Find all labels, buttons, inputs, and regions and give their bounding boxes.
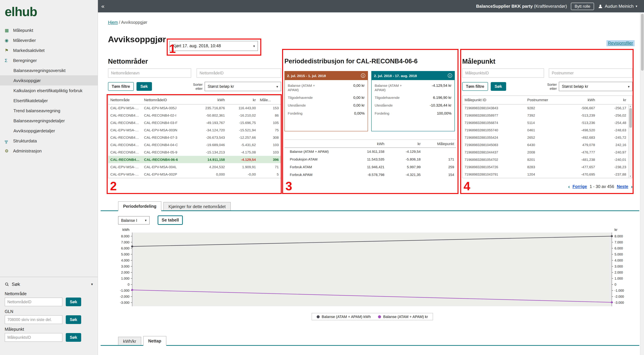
sidebar-item[interactable]: Elsertifikatdetaljer (0, 95, 98, 105)
switch-role-button[interactable]: Bytt rolle (571, 2, 594, 10)
malepunkt-row[interactable]: 719689832881044437 2008 -476,777 -240,97 (462, 148, 632, 156)
sidebar-item[interactable]: ◉ Måleverdier (0, 35, 98, 45)
nettomrade-row[interactable]: CAL-RECONB4-... CAL-RECONB4-06-6 14.911,… (108, 156, 281, 163)
next-chevron-icon[interactable]: › (631, 184, 632, 189)
pagination-range: 1 - 30 av 456 (590, 184, 614, 189)
nettomrade-row[interactable]: CAL-RECONB4-0... CAL-RECONB4-07-3 -26.67… (108, 134, 281, 141)
chart-series-select[interactable]: Balanse I ▾ (118, 216, 150, 225)
column-header[interactable]: kWh (193, 96, 227, 104)
clear-filters-button[interactable]: Tøm filtre (462, 82, 488, 91)
scrollbar-thumb[interactable] (641, 14, 644, 71)
malepunkt-row[interactable]: 719689832881043843 9282 -506,667 -256,17 (462, 104, 632, 112)
nettomrade-row[interactable]: CAL-EPV-MSA-00... CAL-EPV-MSA-003N -34.1… (108, 126, 281, 134)
sidebar-search-button[interactable]: Søk (66, 333, 81, 342)
svg-text:6.000: 6.000 (614, 246, 623, 250)
nettomrade-row[interactable]: CAL-EPV-MSA-00... CAL-EPV-MSA-002P 0,000… (108, 171, 281, 178)
tab-periodefordeling[interactable]: Periodefordeling (118, 201, 162, 211)
column-header[interactable]: Postnummer (525, 96, 558, 104)
detail-tabs: Periodefordeling Kjøringer for dette net… (118, 201, 230, 211)
nettomrader-title: Nettområder (108, 58, 148, 65)
sidebar-search-input[interactable] (5, 315, 62, 324)
malepunkt-row[interactable]: 719689832881054726 8283 -477,657 -238,23 (462, 163, 632, 171)
sidebar-search-header[interactable]: Søk ▾ (5, 280, 93, 289)
sidebar-search-button[interactable]: Søk (66, 298, 81, 306)
nettomrade-row[interactable]: CAL-RECONB4-0... CAL-RECONB4-05-9 -15.13… (108, 148, 281, 156)
previous-chevron-icon[interactable]: ‹ (568, 184, 570, 189)
next-page-link[interactable]: Neste (617, 184, 628, 189)
info-icon[interactable]: i (361, 73, 365, 78)
sidebar-item[interactable]: ⚑ Markedsaktivitet (0, 45, 98, 55)
svg-text:8.000: 8.000 (614, 234, 623, 238)
nettomrade-row[interactable]: CAL-RECONB4-0... CAL-RECONB4-04-C -19.68… (108, 141, 281, 148)
svg-text:1.000: 1.000 (614, 277, 623, 280)
breadcrumb-home-link[interactable]: Hjem (108, 20, 118, 25)
periode-summary-row: Balanse (ATAM + APAM) 14.911,158 -4.129,… (284, 148, 456, 155)
chevron-down-icon: ▾ (276, 85, 278, 88)
period-card-row: Tilgodehavende 6.196,90 kr (375, 96, 452, 100)
previous-page-link[interactable]: Forrige (572, 184, 587, 189)
sidebar-search-input[interactable] (5, 298, 62, 306)
sidebar-item[interactable]: Kalkulasjon elsertifikatpliktig forbruk (0, 85, 98, 95)
tab-nettap[interactable]: Nettap (143, 336, 166, 346)
column-header[interactable]: Nettområde (108, 96, 142, 104)
scroll-down-icon[interactable]: ▼ (630, 175, 632, 178)
nettomrade-row[interactable]: CAL-EPV-MSA-00... CAL-EPV-MSA-005J 235.7… (108, 104, 281, 112)
scroll-up-icon[interactable]: ▲ (630, 104, 632, 108)
legend-dot (378, 315, 381, 318)
breadcrumb: Hjem / Avviksoppgjør (108, 20, 147, 25)
nettomrade-row[interactable]: CAL-RECONB4-02-I CAL-RECONB4-02-I -50.80… (108, 112, 281, 119)
info-icon[interactable]: i (448, 73, 452, 78)
column-header[interactable]: kr (227, 96, 258, 104)
nettomrader-sort-select[interactable]: Størst beløp kr ▾ (204, 82, 281, 91)
sidebar-item[interactable]: Trend balanseavregning (0, 105, 98, 116)
tab-kwh-kr[interactable]: kWh/kr (118, 337, 141, 346)
chart-legend: Balanse (ATAM + APAM) kWh Balanse (ATAM … (111, 313, 634, 320)
nettomrade-row[interactable]: CAL-EPV-MSA-00... CAL-EPV-MSA-004L 4.204… (108, 163, 281, 171)
nettomrade-row[interactable]: CAL-RECONB4-0... CAL-RECONB4-03-F -49.19… (108, 119, 281, 126)
nettomrade-name-input[interactable] (108, 68, 191, 78)
sidebar-item[interactable]: ▦ Målepunkt (0, 25, 98, 35)
column-header[interactable]: Måle... (258, 96, 281, 104)
sidebar-item[interactable]: Balanseavregningsdetaljer (0, 116, 98, 126)
malepunkt-row[interactable]: 719689832881055740 0461 -498,520 -248,63 (462, 126, 632, 134)
malepunkt-row[interactable]: 719689832881058977 7392 -513,239 -256,02 (462, 112, 632, 119)
user-menu[interactable]: Audun Meinich ▾ (598, 4, 637, 9)
column-header[interactable]: Målepunkt ID (462, 96, 525, 104)
nettomrade-id-input[interactable] (196, 68, 281, 78)
sidebar-item[interactable]: Avviksoppgjør (0, 75, 98, 85)
postal-code-input[interactable] (549, 68, 632, 78)
show-table-button[interactable]: Se tabell (158, 215, 183, 225)
malepunkt-row[interactable]: 719689832881045083 6430 479,078 242,16 (462, 141, 632, 148)
collapse-sidebar-icon[interactable]: « (101, 3, 104, 9)
malepunkt-row[interactable]: 719689832881056874 5114 -513,236 -254,48 (462, 119, 632, 126)
page-scrollbar[interactable] (640, 12, 644, 355)
sidebar-search-button[interactable]: Søk (66, 315, 81, 324)
malepunkt-id-input[interactable] (462, 68, 544, 78)
malepunkt-row[interactable]: 719689832881055424 2652 -492,683 -245,72 (462, 134, 632, 141)
search-button[interactable]: Søk (490, 82, 506, 91)
sort-by-label: Sorter etter (543, 82, 557, 90)
chevron-down-icon[interactable]: ▾ (91, 282, 93, 286)
revision-files-link[interactable]: Revisjonsfiler (606, 40, 634, 46)
period-card-previous: 2. jul. 2015 - 1. jul. 2018 i Balanse (A… (284, 71, 368, 131)
table-scrollbar[interactable]: ▲ ▼ (628, 104, 632, 178)
column-header[interactable]: kr (597, 96, 632, 104)
tab-kjoringer[interactable]: Kjøringer for dette nettområdet (164, 202, 230, 211)
sidebar-item[interactable]: Σ Beregninger (0, 55, 98, 65)
clear-filters-button[interactable]: Tøm filtre (108, 82, 134, 91)
sidebar-item[interactable]: Avviksoppgjørdetaljer (0, 126, 98, 136)
run-selector[interactable]: Kjørt 17. aug. 2018, 10:48 ▾ (170, 41, 258, 51)
sidebar-item[interactable]: Balanseavregningsoversikt (0, 65, 98, 75)
search-button[interactable]: Søk (136, 82, 152, 91)
legend-label: Balanse (ATAM + APAM) kWh (322, 315, 371, 319)
sidebar-search-input[interactable] (5, 333, 62, 342)
scrollbar-thumb[interactable] (629, 108, 632, 128)
column-header[interactable]: kWh (558, 96, 597, 104)
malepunkt-row[interactable]: 719689832881043791 1204 -470,695 -237,88 (462, 171, 632, 178)
sidebar-item[interactable]: ╦ Strukturdata (0, 136, 98, 146)
malepunkt-row[interactable]: 719689832881054702 8201 -481,238 -240,01 (462, 156, 632, 163)
periode-title: Periodedistribusjon for CAL-RECONB4-06-6 (284, 58, 418, 65)
column-header[interactable]: NettområdeID (142, 96, 193, 104)
malepunkt-sort-select[interactable]: Størst beløp kr ▾ (559, 82, 632, 91)
sidebar-item[interactable]: ⚙ Administrasjon (0, 146, 98, 156)
